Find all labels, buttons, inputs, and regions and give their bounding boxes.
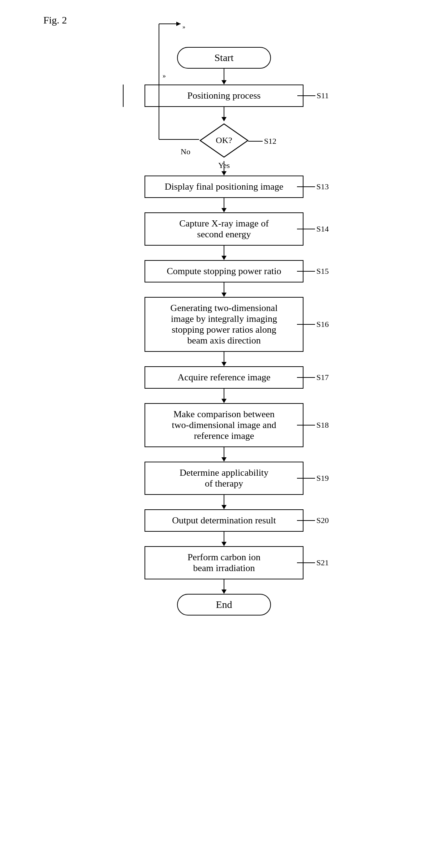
start-terminal-wrap: Start: [177, 47, 271, 69]
s15-wrap: Compute stopping power ratio S15: [145, 260, 303, 282]
s16-process: Generating two-dimensional image by inte…: [145, 297, 303, 352]
s21-label: S21: [316, 558, 329, 567]
s13-process: Display final positioning image: [145, 176, 303, 198]
arrow-s18-s19: [221, 447, 227, 462]
s19-wrap: Determine applicability of therapy S19: [145, 462, 303, 495]
s16-label: S16: [316, 320, 329, 329]
s19-process: Determine applicability of therapy: [145, 462, 303, 495]
yes-label: Yes: [218, 161, 230, 170]
s11-label: S11: [317, 91, 329, 100]
s18-label: S18: [316, 420, 329, 430]
s11-process: Positioning process: [145, 85, 303, 107]
s18-process: Make comparison between two-dimensional …: [145, 403, 303, 447]
s13-label: S13: [316, 182, 329, 191]
arrow-s19-s20: [221, 495, 227, 509]
s19-label: S19: [316, 474, 329, 483]
s15-label: S15: [316, 267, 329, 276]
s20-process: Output determination result: [145, 509, 303, 532]
arrow-s15-s16: [221, 282, 227, 297]
s20-label: S20: [316, 516, 329, 525]
s18-wrap: Make comparison between two-dimensional …: [145, 403, 303, 447]
arrow-s21-end: [221, 579, 227, 594]
s14-wrap: Capture X-ray image of second energy S14: [145, 212, 303, 246]
end-terminal-wrap: End: [177, 594, 271, 616]
s12-diamond: OK?: [199, 122, 249, 159]
arrow-s16-s17: [221, 352, 227, 366]
arrow-s20-s21: [221, 532, 227, 546]
s21-wrap: Perform carbon ion beam irradiation S21: [145, 546, 303, 579]
start-terminal: Start: [177, 47, 271, 69]
figure-label: Fig. 2: [43, 14, 67, 26]
s21-process: Perform carbon ion beam irradiation: [145, 546, 303, 579]
s14-process: Capture X-ray image of second energy: [145, 212, 303, 246]
s15-process: Compute stopping power ratio: [145, 260, 303, 282]
s16-wrap: Generating two-dimensional image by inte…: [145, 297, 303, 352]
arrow-s13-s14: [221, 198, 227, 212]
s14-label: S14: [316, 224, 329, 234]
arrow-s17-s18: [221, 389, 227, 403]
arrow-start-to-loop: [224, 69, 224, 75]
flowchart: Start » Positioning process S11: [112, 47, 336, 616]
s12-label: S12: [264, 137, 276, 146]
svg-marker-5: [176, 22, 181, 26]
s12-decision-wrap: OK? S12 No Yes: [199, 122, 249, 160]
arrow-s14-s15: [221, 246, 227, 260]
arrow-to-s11: [221, 75, 227, 85]
arrow-s11-to-s12: [221, 107, 227, 121]
s11-wrap: Positioning process S11: [145, 85, 303, 107]
svg-text:OK?: OK?: [216, 135, 232, 145]
svg-text:»: »: [182, 24, 185, 30]
s17-label: S17: [316, 373, 329, 382]
no-label: No: [181, 147, 190, 156]
s13-wrap: Display final positioning image S13: [145, 176, 303, 198]
s17-wrap: Acquire reference image S17: [145, 366, 303, 389]
s17-process: Acquire reference image: [145, 366, 303, 389]
end-terminal: End: [177, 594, 271, 616]
s20-wrap: Output determination result S20: [145, 509, 303, 532]
